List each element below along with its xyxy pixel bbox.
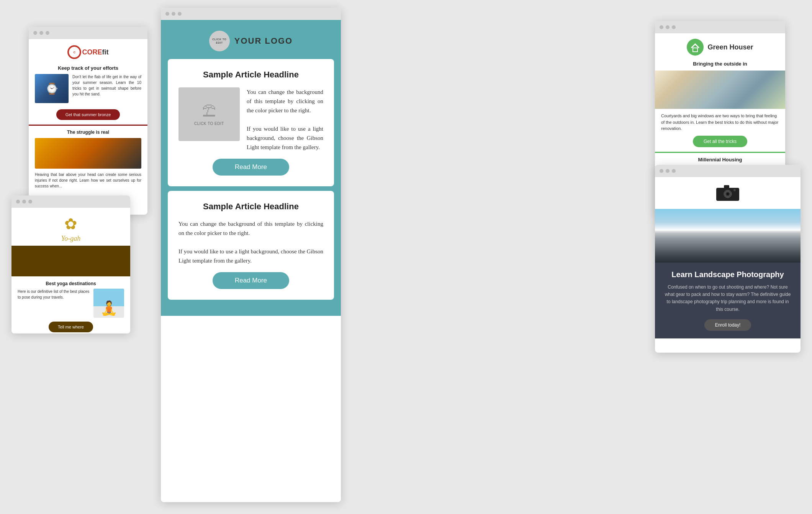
photo-mountains-image — [655, 209, 801, 263]
yogah-btn[interactable]: Tell me where — [49, 322, 93, 332]
svg-rect-0 — [693, 48, 697, 52]
greenhouser-interior-image — [655, 71, 785, 109]
yogah-logo-text: Yo-gah — [61, 235, 80, 243]
camera-icon — [716, 184, 739, 205]
yogah-article-text: Here is our definitive list of the best … — [18, 289, 90, 318]
yogah-article: Here is our definitive list of the best … — [11, 289, 130, 322]
article2-read-more-button[interactable]: Read More — [213, 272, 289, 289]
yogah-brown-bar — [11, 246, 130, 276]
browser-dot-green — [178, 12, 182, 16]
main-browser-body: CLicK To EDIT YOUR LOGO Sample Article H… — [161, 20, 341, 316]
greenhouser-btn[interactable]: Get all the tricks — [693, 136, 747, 147]
corefit-dot-3 — [46, 31, 49, 35]
corefit-headline1: Keep track of your efforts — [29, 65, 147, 74]
article2-text: You can change the background of this te… — [178, 219, 323, 265]
article1-text: You can change the background of this te… — [247, 87, 323, 152]
corefit-section2: The struggle is real Heaving that bar ab… — [29, 126, 147, 189]
photo-dot-3 — [672, 169, 676, 173]
photo-dark-section: Learn Landscape Photography Confused on … — [655, 263, 801, 338]
yogah-flower-icon: ✿ — [61, 214, 81, 235]
greenhouser-logo-icon — [687, 39, 704, 56]
corefit-logo-ring: C — [67, 45, 81, 59]
main-browser-window: CLicK To EDIT YOUR LOGO Sample Article H… — [161, 8, 341, 502]
logo-circle-text: CLicK To EDIT — [209, 36, 230, 46]
article1-body1: You can change the background of this te… — [247, 89, 323, 113]
scene: CLicK To EDIT YOUR LOGO Sample Article H… — [0, 0, 812, 514]
photo-body-text: Confused on when to go out shooting and … — [663, 284, 793, 313]
greenhouser-headline: Bringing the outside in — [655, 61, 785, 71]
greenhouser-dot-3 — [672, 25, 676, 29]
yogah-dot-1 — [16, 200, 20, 204]
corefit-article1-text: Don't let the flab of life get in the wa… — [72, 74, 141, 103]
svg-point-6 — [733, 189, 736, 191]
corefit-logo-text: COREfit — [82, 48, 108, 56]
browser-dot-red — [165, 12, 169, 16]
browser-toolbar-photo — [655, 165, 801, 177]
yogah-browser-window: ✿ Yo-gah Best yoga destinations Here is … — [11, 195, 130, 333]
photo-enroll-button[interactable]: Enroll today! — [704, 319, 751, 331]
greenhouser-logo-area: Green Houser — [655, 33, 785, 61]
yogah-headline: Best yoga destinations — [11, 276, 130, 289]
photo-body: Learn Landscape Photography Confused on … — [655, 177, 801, 338]
image-placeholder-icon: ⛱ — [202, 103, 216, 119]
browser-toolbar-yogah — [11, 195, 130, 208]
corefit-btn1[interactable]: Get that summer bronze — [56, 109, 120, 120]
photo-browser-window: Learn Landscape Photography Confused on … — [655, 165, 801, 353]
logo-circle[interactable]: CLicK To EDIT — [209, 31, 230, 51]
corefit-article1: ⌚ Don't let the flab of life get in the … — [29, 74, 147, 108]
browser-toolbar-greenhouser — [655, 21, 785, 33]
article2-body2: If you would like to use a light backgro… — [178, 248, 323, 264]
browser-toolbar-corefit — [29, 27, 147, 39]
logo-text[interactable]: YOUR LOGO — [234, 36, 293, 46]
article-card-2: Sample Article Headline You can change t… — [168, 191, 334, 300]
article1-image[interactable]: ⛱ CLICK TO EDIT — [178, 87, 240, 141]
corefit-body: C COREfit Keep track of your efforts ⌚ D… — [29, 39, 147, 189]
yogah-pose-image: 🧘 — [93, 289, 124, 318]
photo-dot-2 — [666, 169, 670, 173]
greenhouser-dot-1 — [660, 25, 663, 29]
corefit-dot-1 — [33, 31, 37, 35]
corefit-logo-area: C COREfit — [29, 39, 147, 65]
greenhouser-article-text: Courtyards and big windows are two ways … — [655, 113, 785, 136]
corefit-browser-window: C COREfit Keep track of your efforts ⌚ D… — [29, 27, 147, 215]
greenhouser-dot-2 — [666, 25, 670, 29]
greenhouser-headline2: Millennial Housing — [655, 153, 785, 166]
svg-rect-5 — [724, 185, 729, 188]
yogah-dot-2 — [22, 200, 26, 204]
main-logo-area: CLicK To EDIT YOUR LOGO — [161, 20, 341, 59]
corefit-fitness-image: ⌚ — [35, 74, 69, 103]
article1-read-more-button[interactable]: Read More — [213, 159, 289, 176]
photo-headline: Learn Landscape Photography — [663, 270, 793, 279]
photo-dot-1 — [660, 169, 663, 173]
article2-body1: You can change the background of this te… — [178, 221, 323, 236]
article1-content: ⛱ CLICK TO EDIT You can change the backg… — [178, 87, 323, 152]
article-card-1: Sample Article Headline ⛱ CLICK TO EDIT … — [168, 59, 334, 186]
article1-body2: If you would like to use a light backgro… — [247, 126, 323, 150]
article1-headline: Sample Article Headline — [178, 70, 323, 80]
corefit-article2-text: Heaving that bar above your head can cre… — [35, 172, 141, 189]
svg-point-4 — [727, 193, 729, 195]
image-placeholder-label: CLICK TO EDIT — [194, 122, 224, 126]
corefit-fight-image — [35, 138, 141, 169]
yogah-logo-area: ✿ Yo-gah — [11, 208, 130, 246]
greenhouser-logo-text: Green Houser — [707, 43, 753, 51]
browser-dot-yellow — [172, 12, 175, 16]
yogah-dot-3 — [28, 200, 32, 204]
browser-toolbar-main — [161, 8, 341, 20]
yogah-body: ✿ Yo-gah Best yoga destinations Here is … — [11, 208, 130, 333]
corefit-dot-2 — [39, 31, 43, 35]
corefit-headline2: The struggle is real — [35, 130, 141, 135]
article2-headline: Sample Article Headline — [178, 202, 323, 212]
photo-icon-area — [655, 177, 801, 209]
